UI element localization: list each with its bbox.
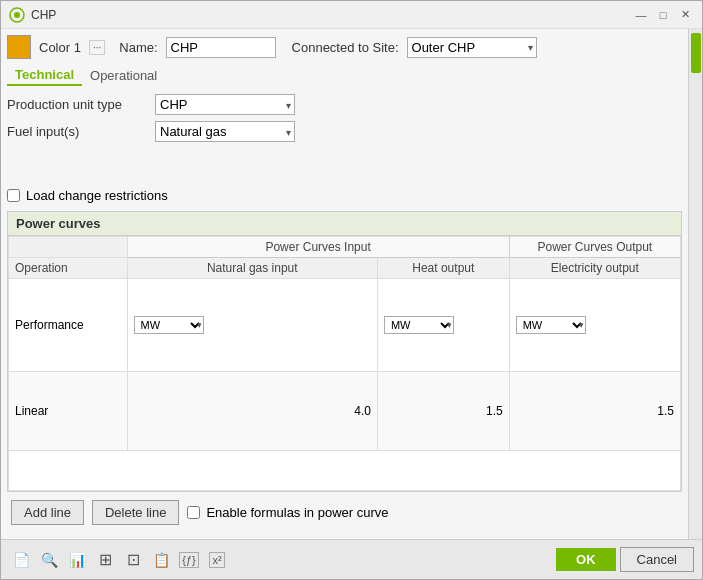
linear-label: Linear (9, 372, 128, 451)
color-dots-button[interactable]: ··· (89, 40, 105, 55)
main-content: Color 1 ··· Name: Connected to Site: Out… (1, 29, 702, 539)
table-row: Performance MW (9, 279, 681, 372)
power-curves-section: Power curves Power Curves Input Power Cu… (7, 211, 682, 492)
color-label: Color 1 (39, 40, 81, 55)
linear-natural-gas-value[interactable]: 4.0 (127, 372, 377, 451)
name-label: Name: (119, 40, 157, 55)
toolbar-exponent-icon[interactable]: x² (205, 548, 229, 572)
toolbar-chart-icon[interactable]: 📊 (65, 548, 89, 572)
tab-operational[interactable]: Operational (82, 65, 165, 86)
power-curves-table: Power Curves Input Power Curves Output O… (8, 236, 681, 491)
performance-heat-unit-select[interactable]: MW (384, 316, 454, 334)
tab-row: Technical Operational (7, 65, 682, 86)
dots-icon: ··· (93, 42, 101, 53)
fuel-inputs-select[interactable]: Natural gas (155, 121, 295, 142)
copy-icon: 📋 (153, 552, 170, 568)
fuel-inputs-wrapper: Natural gas (155, 121, 295, 142)
performance-label: Performance (9, 279, 128, 372)
production-unit-row: Production unit type CHP (7, 94, 682, 115)
formula-checkbox-row: Enable formulas in power curve (187, 505, 388, 520)
chart-icon: 📊 (69, 552, 86, 568)
scrollbar-right[interactable] (688, 29, 702, 539)
fuel-inputs-row: Fuel input(s) Natural gas (7, 121, 682, 142)
toolbar-formula-icon[interactable]: {ƒ} (177, 548, 201, 572)
production-unit-select[interactable]: CHP (155, 94, 295, 115)
toolbar-grid-icon[interactable]: ⊞ (93, 548, 117, 572)
formula-icon: {ƒ} (179, 552, 198, 568)
search-icon: 🔍 (41, 552, 58, 568)
name-input[interactable] (166, 37, 276, 58)
close-button[interactable]: ✕ (676, 6, 694, 24)
delete-line-button[interactable]: Delete line (92, 500, 179, 525)
tab-technical[interactable]: Technical (7, 65, 82, 86)
color-swatch[interactable] (7, 35, 31, 59)
power-curves-output-header: Power Curves Output (509, 237, 680, 258)
table-row: Linear 4.0 1.5 1.5 (9, 372, 681, 451)
production-unit-label: Production unit type (7, 97, 147, 112)
window-icon (9, 7, 25, 23)
spacer (7, 150, 682, 180)
load-change-checkbox[interactable] (7, 189, 20, 202)
ok-button[interactable]: OK (556, 548, 616, 571)
performance-electricity: MW (509, 279, 680, 372)
toolbar-search-icon[interactable]: 🔍 (37, 548, 61, 572)
toolbar-new-icon[interactable]: 📄 (9, 548, 33, 572)
power-curves-header: Power curves (8, 212, 681, 236)
enable-formulas-checkbox[interactable] (187, 506, 200, 519)
fuel-inputs-label: Fuel input(s) (7, 124, 147, 139)
connected-site-wrapper: Outer CHP (407, 37, 537, 58)
linear-heat-value[interactable]: 1.5 (377, 372, 509, 451)
maximize-button[interactable]: □ (654, 6, 672, 24)
performance-ng-unit-select[interactable]: MW (134, 316, 204, 334)
production-unit-wrapper: CHP (155, 94, 295, 115)
cancel-button[interactable]: Cancel (620, 547, 694, 572)
scrollbar-thumb[interactable] (691, 33, 701, 73)
connected-site-select[interactable]: Outer CHP (407, 37, 537, 58)
load-change-row: Load change restrictions (7, 188, 682, 203)
svg-point-1 (14, 12, 20, 18)
linear-electricity-value[interactable]: 1.5 (509, 372, 680, 451)
power-curves-input-header: Power Curves Input (127, 237, 509, 258)
main-window: CHP — □ ✕ Color 1 ··· Name: Connected to… (0, 0, 703, 580)
top-row: Color 1 ··· Name: Connected to Site: Out… (7, 35, 682, 59)
col-electricity: Electricity output (509, 258, 680, 279)
load-change-label: Load change restrictions (26, 188, 168, 203)
col-natural-gas: Natural gas input (127, 258, 377, 279)
performance-natural-gas: MW (127, 279, 377, 372)
titlebar: CHP — □ ✕ (1, 1, 702, 29)
add-line-button[interactable]: Add line (11, 500, 84, 525)
col-operation: Operation (9, 258, 128, 279)
table-column-headers: Operation Natural gas input Heat output … (9, 258, 681, 279)
performance-elec-unit-wrapper: MW (516, 316, 586, 334)
minimize-button[interactable]: — (632, 6, 650, 24)
new-doc-icon: 📄 (13, 552, 30, 568)
performance-heat-unit-wrapper: MW (384, 316, 454, 334)
window-controls: — □ ✕ (632, 6, 694, 24)
col-heat: Heat output (377, 258, 509, 279)
performance-elec-unit-select[interactable]: MW (516, 316, 586, 334)
box-icon: ⊡ (127, 550, 140, 569)
enable-formulas-label: Enable formulas in power curve (206, 505, 388, 520)
performance-heat: MW (377, 279, 509, 372)
col-operation-header (9, 237, 128, 258)
toolbar-copy-icon[interactable]: 📋 (149, 548, 173, 572)
window-title: CHP (31, 8, 632, 22)
exponent-icon: x² (209, 552, 224, 568)
add-delete-row: Add line Delete line Enable formulas in … (7, 492, 682, 533)
empty-row (9, 451, 681, 491)
connected-to-site-label: Connected to Site: (292, 40, 399, 55)
toolbar-box-icon[interactable]: ⊡ (121, 548, 145, 572)
bottom-toolbar: 📄 🔍 📊 ⊞ ⊡ 📋 {ƒ} x² OK Cancel (1, 539, 702, 579)
grid-icon: ⊞ (99, 550, 112, 569)
performance-ng-unit-wrapper: MW (134, 316, 204, 334)
table-header-group-row: Power Curves Input Power Curves Output (9, 237, 681, 258)
form-section: Production unit type CHP Fuel input(s) N… (7, 94, 682, 142)
